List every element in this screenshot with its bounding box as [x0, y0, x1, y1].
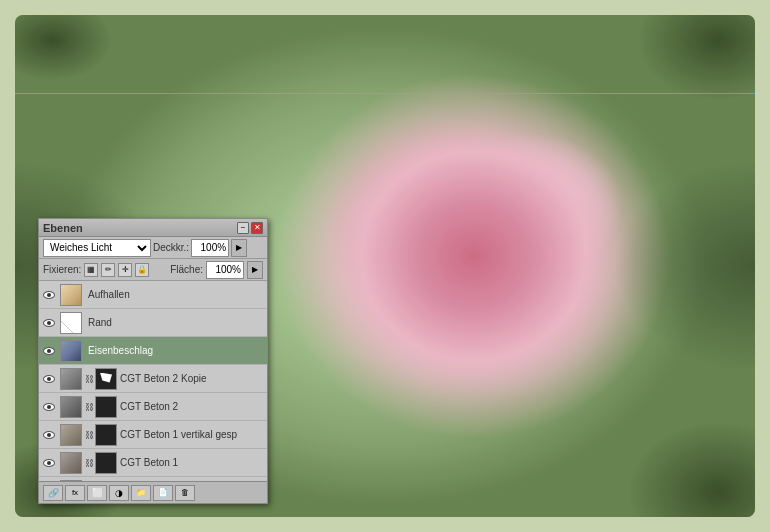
layer-name-cgt-beton1-vert: CGT Beton 1 vertikal gesp [117, 429, 265, 440]
layer-item-cgt-beton1-vert[interactable]: ⛓ CGT Beton 1 vertikal gesp [39, 421, 267, 449]
delete-layer-button[interactable]: 🗑 [175, 485, 195, 501]
blend-mode-select[interactable]: Weiches Licht [43, 239, 151, 257]
add-mask-button[interactable]: ⬜ [87, 485, 107, 501]
layer-name-aufhallen: Aufhallen [85, 289, 265, 300]
layer-name-cgt-beton2-kopie: CGT Beton 2 Kopie [117, 373, 265, 384]
flache-input[interactable] [206, 261, 244, 279]
flache-label: Fläche: [170, 264, 203, 275]
chain-icon: ⛓ [85, 458, 94, 468]
panel-blend-row: Weiches Licht Deckkr.: ▶ [39, 237, 267, 259]
new-group-button[interactable]: 📁 [131, 485, 151, 501]
layer-visibility-cgt-beton1-vert[interactable] [41, 427, 57, 443]
fix-label: Fixieren: [43, 264, 81, 275]
layer-thumb-cgt-beton2 [60, 396, 82, 418]
lock-move-button[interactable]: ✛ [118, 263, 132, 277]
layer-visibility-cgt-beton1[interactable] [41, 455, 57, 471]
lock-paint-button[interactable]: ✏ [101, 263, 115, 277]
opacity-label: Deckkr.: [153, 242, 189, 253]
layer-thumb-sepiation [60, 480, 82, 482]
layer-thumb-cgt-beton1-vert [60, 424, 82, 446]
layer-mask-cgt-beton2-kopie [95, 368, 117, 390]
panel-lock-row: Fixieren: ▦ ✏ ✛ 🔒 Fläche: ▶ [39, 259, 267, 281]
layer-item-cgt-beton2-kopie[interactable]: ⛓ CGT Beton 2 Kopie [39, 365, 267, 393]
layer-thumb-rand [60, 312, 82, 334]
eye-icon [43, 347, 55, 355]
layer-mask-cgt-beton2 [95, 396, 117, 418]
layer-item-cgt-beton2[interactable]: ⛓ CGT Beton 2 [39, 393, 267, 421]
adjustment-button[interactable]: ◑ [109, 485, 129, 501]
panel-title-controls: − ✕ [237, 222, 263, 234]
layer-thumb-cgt-beton1 [60, 452, 82, 474]
chain-icon: ⛓ [85, 402, 94, 412]
chain-icon: ⛓ [85, 430, 94, 440]
panel-title: Ebenen [43, 222, 83, 234]
panel-bottom-toolbar: 🔗 fx ⬜ ◑ 📁 📄 🗑 [39, 481, 267, 503]
layer-item-cgt-beton1[interactable]: ⛓ CGT Beton 1 [39, 449, 267, 477]
layer-thumb-eisenbeschlag [60, 340, 82, 362]
canvas-area: Ebenen − ✕ Weiches Licht Deckkr.: ▶ Fixi… [0, 0, 770, 532]
eye-icon [43, 375, 55, 383]
layers-panel: Ebenen − ✕ Weiches Licht Deckkr.: ▶ Fixi… [38, 218, 268, 504]
layer-mask-cgt-beton1 [95, 452, 117, 474]
layer-visibility-rand[interactable] [41, 315, 57, 331]
layer-visibility-aufhallen[interactable] [41, 287, 57, 303]
link-layers-button[interactable]: 🔗 [43, 485, 63, 501]
guide-line [15, 93, 755, 94]
layer-name-cgt-beton2: CGT Beton 2 [117, 401, 265, 412]
layer-visibility-cgt-beton2[interactable] [41, 399, 57, 415]
layer-visibility-cgt-beton2-kopie[interactable] [41, 371, 57, 387]
layer-item-eisenbeschlag[interactable]: Eisenbeschlag [39, 337, 267, 365]
chain-icon: ⛓ [85, 374, 94, 384]
layer-mask-cgt-beton1-vert [95, 424, 117, 446]
eye-icon [43, 403, 55, 411]
eye-icon [43, 459, 55, 467]
lock-transparent-button[interactable]: ▦ [84, 263, 98, 277]
layer-name-cgt-beton1: CGT Beton 1 [117, 457, 265, 468]
layer-name-eisenbeschlag: Eisenbeschlag [85, 345, 265, 356]
eye-icon [43, 291, 55, 299]
layer-item-rand[interactable]: Rand [39, 309, 267, 337]
panel-close-button[interactable]: ✕ [251, 222, 263, 234]
eye-icon [43, 431, 55, 439]
eye-icon [43, 319, 55, 327]
layer-name-rand: Rand [85, 317, 265, 328]
opacity-input[interactable] [191, 239, 229, 257]
opacity-arrow-button[interactable]: ▶ [231, 239, 247, 257]
panel-titlebar: Ebenen − ✕ [39, 219, 267, 237]
panel-minimize-button[interactable]: − [237, 222, 249, 234]
layer-visibility-eisenbeschlag[interactable] [41, 343, 57, 359]
lock-all-button[interactable]: 🔒 [135, 263, 149, 277]
layer-thumb-cgt-beton2-kopie [60, 368, 82, 390]
flache-arrow-button[interactable]: ▶ [247, 261, 263, 279]
layers-list[interactable]: Aufhallen Rand Eisenbeschlag [39, 281, 267, 481]
layer-item-aufhallen[interactable]: Aufhallen [39, 281, 267, 309]
new-layer-button[interactable]: 📄 [153, 485, 173, 501]
layer-fx-button[interactable]: fx [65, 485, 85, 501]
layer-thumb-aufhallen [60, 284, 82, 306]
